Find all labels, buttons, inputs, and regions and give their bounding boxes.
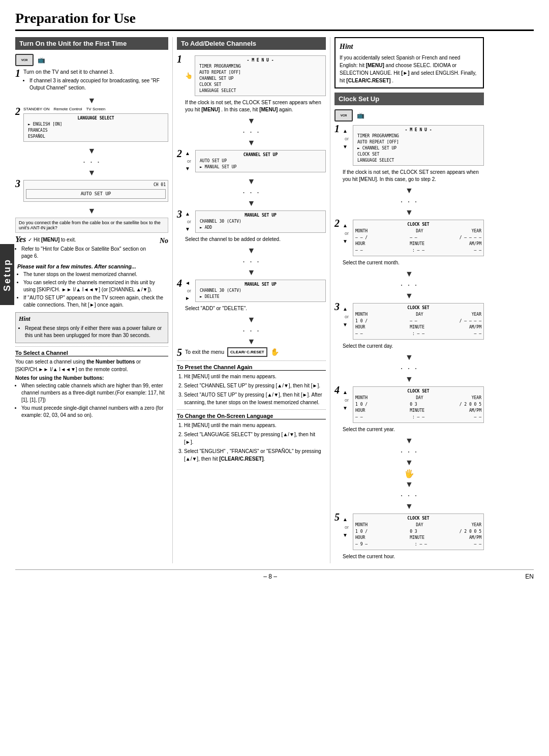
col2-arrow4: ▼ [177, 199, 326, 208]
add-delete-header: To Add/Delete Channels [177, 37, 326, 50]
col2-step1-content: 👆 - M E N U - TIMER PROGRAMMING AUTO REP… [185, 54, 326, 113]
vcr-icon [15, 54, 34, 66]
page-title: Preparation for Use [15, 10, 534, 31]
col2-arrow1: ▼ [177, 116, 326, 126]
col2-sep2 [177, 409, 326, 410]
step2-content: STANDBY·ON Remote Control TV Screen LANG… [23, 106, 168, 143]
clock-step4-num: 4 [334, 385, 340, 395]
clock-step5-row: 5 ▲ or ▼ CLOCK SET MONTHDAYYEAR 1 0 /0 3… [334, 512, 484, 560]
clock-step1-row: 1 ▲ or ▼ - M E N U - TIMER PROGRAMMING A… [334, 124, 484, 183]
no-content: Please wait for a few minutes. After sca… [17, 263, 168, 310]
no-label: No [160, 235, 168, 245]
to-select-text: You can select a channel using the Numbe… [15, 358, 168, 373]
clock-step2-note: Select the current month. [343, 259, 484, 266]
col2-step5-inner: To exit the menu CLEAR/ C.RESET ✋ [185, 347, 326, 357]
col2-arrow2: ▼ [177, 138, 326, 147]
col2-step2-controls: ▲ or ▼ [185, 150, 193, 173]
page-wrapper: Setup Preparation for Use Turn On the Un… [0, 0, 549, 590]
yes-section: Yes ✓ Hit [MENU] to exit. Refer to "Hint… [15, 235, 155, 261]
r-icon: 📺 [38, 56, 45, 64]
col2-step3-inner: ▲ or ▼ MANUAL SET UP CHANNEL 30 (CATV) A… [185, 209, 326, 234]
step2-row: 2 STANDBY·ON Remote Control TV Screen LA… [15, 106, 168, 143]
col2-step2-row: 2 ▲ or ▼ CHANNEL SET UP AUTO SET UP MANU… [177, 148, 326, 174]
col2-step3-num: 3 [177, 209, 182, 219]
clock-arrow4: ▼ [334, 291, 484, 300]
clock-screen-4: CLOCK SET MONTHDAYYEAR 1 0 /0 3/ 2 0 0 5… [353, 386, 484, 423]
to-preset-header: To Preset the Channel Again [177, 364, 326, 371]
hand-remote-row: 🖐 [334, 469, 484, 478]
question-box: Do you connect the cable from the cable … [15, 218, 168, 233]
step3-content: CH 01 AUTO SET UP [23, 178, 168, 204]
clock-step2-controls: ▲ or ▼ [343, 222, 351, 245]
col2-step1-num: 1 [177, 54, 182, 64]
col2-arrow8: ▼ [177, 337, 326, 346]
col2: To Add/Delete Channels 1 👆 - M E N U - T… [173, 37, 330, 563]
to-change-lang-steps: Hit [MENU] until the main menu appears. … [177, 421, 326, 463]
clear-reset-button: CLEAR/ C.RESET [227, 347, 267, 357]
clock-step1-content: ▲ or ▼ - M E N U - TIMER PROGRAMMING AUT… [343, 124, 484, 183]
col2-step2-num: 2 [177, 148, 182, 159]
clock-step3-row: 3 ▲ or ▼ CLOCK SET MONTHDAYYEAR 1 0 /– –… [334, 301, 484, 350]
clock-dots1: · · · [334, 196, 484, 207]
clock-step4-controls: ▲ or ▼ [343, 389, 351, 412]
col2-arrow6: ▼ [177, 268, 326, 277]
col2-step5-row: 5 To exit the menu CLEAR/ C.RESET ✋ [177, 347, 326, 357]
step3-row: 3 CH 01 AUTO SET UP [15, 178, 168, 204]
col2-step4-num: 4 [177, 278, 182, 288]
clock-arrow6: ▼ [334, 375, 484, 384]
manual-setup-screen-add: MANUAL SET UP CHANNEL 30 (CATV) ADD [195, 210, 326, 233]
clock-dots3: · · · [334, 363, 484, 374]
manual-setup-screen-delete: MANUAL SET UP CHANNEL 30 (CATV) DELETE [195, 280, 326, 302]
col2-step3-row: 3 ▲ or ▼ MANUAL SET UP CHANNEL 30 (CATV)… [177, 209, 326, 243]
col2-step5-num: 5 [177, 347, 182, 357]
clock-step4-content: ▲ or ▼ CLOCK SET MONTHDAYYEAR 1 0 /0 3/ … [343, 385, 484, 433]
clock-step1-controls: ▲ or ▼ [343, 128, 351, 150]
clock-step5-num: 5 [334, 512, 340, 522]
no-section: Please wait for a few minutes. After sca… [15, 263, 168, 310]
clock-step3-content: ▲ or ▼ CLOCK SET MONTHDAYYEAR 1 0 /– –/ … [343, 301, 484, 350]
menu-screen-col2: - M E N U - TIMER PROGRAMMING AUTO REPEA… [195, 55, 326, 96]
col2-arrow7: ▼ [177, 315, 326, 324]
step1-num: 1 [15, 68, 20, 78]
clock-step2-content: ▲ or ▼ CLOCK SET MONTHDAYYEAR – – /– –/ … [343, 218, 484, 266]
col2-step1-input-row: 👆 - M E N U - TIMER PROGRAMMING AUTO REP… [185, 54, 326, 98]
col1: Turn On the Unit for the First Time 📺 1 … [15, 37, 173, 563]
clock-step1-inner: ▲ or ▼ - M E N U - TIMER PROGRAMMING AUT… [343, 124, 484, 167]
col2-step1-row: 1 👆 - M E N U - TIMER PROGRAMMING AUTO R… [177, 54, 326, 113]
turn-on-header: Turn On the Unit for the First Time [15, 37, 168, 50]
no-bullets: The tuner stops on the lowest memorized … [17, 271, 168, 309]
hand-icon-col3: 🖐 [404, 469, 414, 478]
col3: Hint If you accidentally select Spanish … [330, 37, 488, 563]
col2-arrow3: ▼ [177, 177, 326, 186]
col2-step5-content: To exit the menu CLEAR/ C.RESET ✋ [185, 347, 326, 357]
clock-dots2: · · · [334, 280, 484, 290]
step1-row: 1 Turn on the TV and set it to channel 3… [15, 68, 168, 93]
hand-icon-step5: ✋ [270, 347, 279, 357]
clock-step4-note: Select the current year. [343, 426, 484, 433]
to-select-header: To Select a Channel [15, 350, 168, 356]
col2-step3-note: Select the channel to be added or delete… [185, 236, 326, 243]
yes-no-row: Yes ✓ Hit [MENU] to exit. Refer to "Hint… [15, 235, 168, 261]
clock-screen-5: CLOCK SET MONTHDAYYEAR 1 0 /0 3/ 2 0 0 5… [353, 513, 484, 550]
clock-arrow8: ▼ [334, 458, 484, 467]
language-select-screen: LANGUAGE SELECT ENGLISH [ON] FRANCAIS ES… [23, 113, 168, 142]
main-content: Turn On the Unit for the First Time 📺 1 … [15, 37, 534, 563]
clock-step3-num: 3 [334, 301, 340, 312]
clock-step5-note: Select the current hour. [343, 553, 484, 560]
hint-label-col1: Hint [19, 315, 165, 323]
col2-dots3: · · · [177, 256, 326, 267]
col2-step1-note: If the clock is not set, the CLOCK SET s… [185, 99, 326, 113]
step1-notes: If channel 3 is already occupied for bro… [23, 77, 168, 92]
step2-labels: STANDBY·ON Remote Control TV Screen [23, 106, 168, 112]
channel-setup-screen: CHANNEL SET UP AUTO SET UP MANUAL SET UP [195, 150, 326, 172]
footer-lang: EN [525, 573, 534, 580]
footer: – 8 – EN [15, 569, 534, 580]
yes-notes: Refer to "Hint for Cable Box or Satellit… [15, 246, 155, 260]
col2-step2-row-inner: ▲ or ▼ CHANNEL SET UP AUTO SET UP MANUAL… [185, 148, 326, 174]
clock-arrow9: ▼ [334, 480, 484, 489]
clock-tv-icon: 📺 [357, 112, 364, 119]
col2-step4-inner: ◄ or ► MANUAL SET UP CHANNEL 30 (CATV) D… [185, 278, 326, 304]
to-select-bullets: When selecting cable channels which are … [15, 382, 168, 419]
arrow3: ▼ [15, 168, 168, 177]
clock-step3-note: Select the current day. [343, 343, 484, 350]
